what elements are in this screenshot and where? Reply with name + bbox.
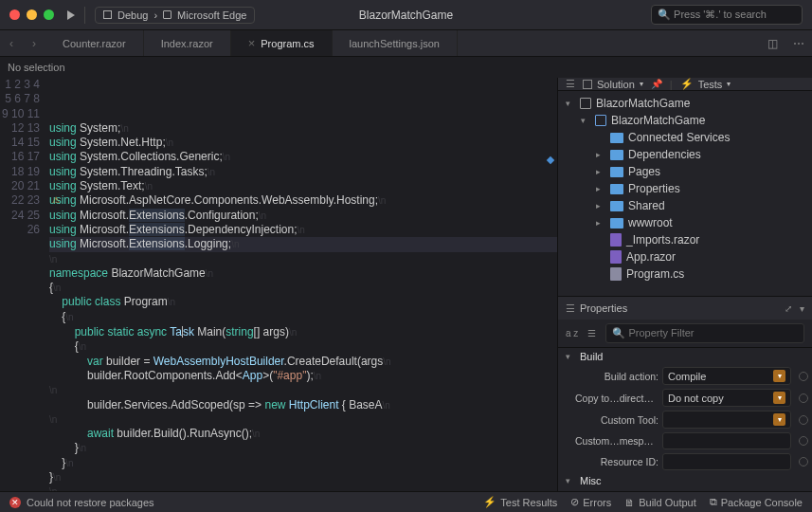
property-reset-icon[interactable] bbox=[799, 372, 808, 381]
dropdown-icon[interactable]: ▾ bbox=[773, 370, 785, 382]
tab-nav-back[interactable]: ‹ bbox=[0, 30, 23, 56]
property-reset-icon[interactable] bbox=[799, 393, 808, 403]
error-icon: ✕ bbox=[9, 497, 21, 508]
minimize-window-button[interactable] bbox=[27, 9, 37, 20]
line-number-gutter: 1 2 3 4 5 6 7 8 9 10 11 12 13 14 15 16 1… bbox=[0, 78, 49, 502]
sort-category-button[interactable]: ☰ bbox=[587, 328, 596, 338]
property-value-input[interactable]: ▾ bbox=[662, 411, 791, 429]
tab-counter-razor[interactable]: Counter.razor bbox=[45, 30, 144, 56]
status-errors[interactable]: ⊘Errors bbox=[570, 496, 611, 508]
split-editor-button[interactable]: ◫ bbox=[759, 30, 785, 56]
razor-file-icon bbox=[610, 250, 622, 264]
property-label: Copy to…directory: bbox=[575, 393, 659, 404]
close-window-button[interactable] bbox=[9, 9, 20, 20]
group-label: Build bbox=[580, 351, 603, 362]
solution-tree[interactable]: ▾BlazorMatchGame▾BlazorMatchGameConnecte… bbox=[558, 91, 812, 296]
build-icon: 🗎 bbox=[624, 497, 635, 508]
tree-item[interactable]: Connected Services bbox=[558, 129, 812, 146]
chevron-icon: ▸ bbox=[596, 218, 605, 228]
tree-item[interactable]: ▸Properties bbox=[558, 180, 812, 197]
status-error-message[interactable]: Could not restore packages bbox=[27, 497, 154, 508]
property-value-input[interactable] bbox=[662, 453, 791, 470]
panel-menu-icon[interactable]: ▾ bbox=[800, 303, 804, 314]
tab-launchsettings-json[interactable]: launchSettings.json bbox=[333, 30, 458, 56]
dropdown-icon: ▾ bbox=[640, 80, 643, 88]
solution-icon bbox=[580, 98, 591, 109]
folder-icon bbox=[610, 218, 623, 229]
warning-icon[interactable]: ⚠ bbox=[52, 193, 60, 208]
dropdown-icon[interactable]: ▾ bbox=[773, 392, 785, 404]
tab-overflow-button[interactable]: ⋯ bbox=[785, 30, 812, 56]
property-row: Build action:Compile▾ bbox=[558, 365, 812, 387]
close-tab-icon[interactable]: × bbox=[248, 36, 256, 50]
tab-label: Counter.razor bbox=[63, 38, 126, 49]
tab-label: Tests bbox=[698, 79, 723, 90]
property-filter-input[interactable]: 🔍 Property Filter bbox=[605, 323, 804, 343]
tree-item[interactable]: Program.cs bbox=[558, 265, 812, 283]
tree-item[interactable]: ▸Shared bbox=[558, 197, 812, 214]
configuration-selector[interactable]: Debug › Microsoft Edge bbox=[95, 7, 255, 24]
property-reset-icon[interactable] bbox=[799, 457, 808, 466]
property-value: Do not copy bbox=[668, 393, 724, 404]
tree-item[interactable]: App.razor bbox=[558, 248, 812, 265]
hamburger-icon[interactable]: ☰ bbox=[566, 78, 575, 90]
dropdown-icon: ▾ bbox=[727, 80, 731, 88]
property-value: Compile bbox=[668, 371, 706, 382]
tab-label: Program.cs bbox=[261, 38, 314, 49]
property-row: Resource ID: bbox=[558, 451, 812, 472]
property-reset-icon[interactable] bbox=[799, 415, 808, 425]
breadcrumb-bar[interactable]: No selection bbox=[0, 57, 812, 78]
run-button[interactable] bbox=[67, 10, 75, 20]
property-group[interactable]: ▾Build bbox=[558, 348, 812, 365]
tests-tab[interactable]: ⚡ Tests ▾ bbox=[680, 78, 731, 90]
code-content[interactable]: using System;\nusing System.Net.Http;\nu… bbox=[49, 78, 557, 502]
tree-item[interactable]: ▸Dependencies bbox=[558, 146, 812, 163]
folder-icon bbox=[610, 201, 623, 211]
status-package-console[interactable]: ⧉Package Console bbox=[710, 496, 803, 508]
property-group[interactable]: ▾Misc bbox=[558, 472, 812, 489]
tree-item[interactable]: ▾BlazorMatchGame bbox=[558, 112, 812, 129]
properties-title: Properties bbox=[580, 302, 627, 314]
tree-item[interactable]: ▸wwwroot bbox=[558, 214, 812, 231]
properties-body: ▾BuildBuild action:Compile▾Copy to…direc… bbox=[558, 348, 812, 512]
global-search-input[interactable]: 🔍 Press '⌘.' to search bbox=[651, 5, 803, 25]
tree-item[interactable]: ▸Pages bbox=[558, 163, 812, 180]
pin-icon[interactable]: 📌 bbox=[651, 79, 662, 89]
property-row: Custom…mespace: bbox=[558, 430, 812, 451]
property-value-input[interactable] bbox=[662, 432, 791, 449]
folder-icon bbox=[610, 167, 623, 177]
code-editor[interactable]: 1 2 3 4 5 6 7 8 9 10 11 12 13 14 15 16 1… bbox=[0, 78, 557, 502]
tab-program-cs[interactable]: ×Program.cs bbox=[231, 30, 333, 56]
chevron-icon: ▸ bbox=[596, 201, 605, 210]
divider bbox=[84, 7, 85, 24]
status-test-results[interactable]: ⚡Test Results bbox=[483, 496, 557, 508]
property-reset-icon[interactable] bbox=[799, 436, 808, 446]
bolt-icon: ⚡ bbox=[680, 78, 694, 90]
tab-label: Index.razor bbox=[161, 38, 213, 49]
property-value-input[interactable]: Do not copy▾ bbox=[662, 389, 791, 407]
status-build-output[interactable]: 🗎Build Output bbox=[624, 496, 696, 508]
chevron-icon: ▾ bbox=[566, 99, 575, 108]
errors-icon: ⊘ bbox=[570, 496, 579, 508]
tree-label: Program.cs bbox=[626, 267, 684, 281]
window-title: BlazorMatchGame bbox=[359, 9, 453, 22]
chevron-icon: ▸ bbox=[596, 150, 605, 159]
tab-nav-forward[interactable]: › bbox=[23, 30, 45, 56]
browser-icon bbox=[163, 10, 171, 19]
solution-tab[interactable]: Solution ▾ bbox=[583, 79, 643, 90]
dropdown-icon[interactable]: ▾ bbox=[773, 413, 785, 426]
panel-expand-icon[interactable]: ⤢ bbox=[785, 303, 792, 314]
config-label: Debug bbox=[117, 9, 148, 21]
tab-index-razor[interactable]: Index.razor bbox=[144, 30, 231, 56]
status-label: Errors bbox=[583, 497, 611, 508]
tree-item[interactable]: _Imports.razor bbox=[558, 231, 812, 248]
config-icon bbox=[103, 10, 112, 19]
property-value-input[interactable]: Compile▾ bbox=[662, 367, 791, 385]
sort-alpha-button[interactable]: a z bbox=[566, 328, 578, 338]
window-traffic-lights bbox=[9, 9, 54, 20]
chevron-icon: ▸ bbox=[596, 167, 605, 176]
tree-label: Shared bbox=[628, 199, 665, 212]
maximize-window-button[interactable] bbox=[44, 9, 54, 20]
tree-item[interactable]: ▾BlazorMatchGame bbox=[558, 95, 812, 112]
hamburger-icon[interactable]: ☰ bbox=[566, 302, 575, 315]
